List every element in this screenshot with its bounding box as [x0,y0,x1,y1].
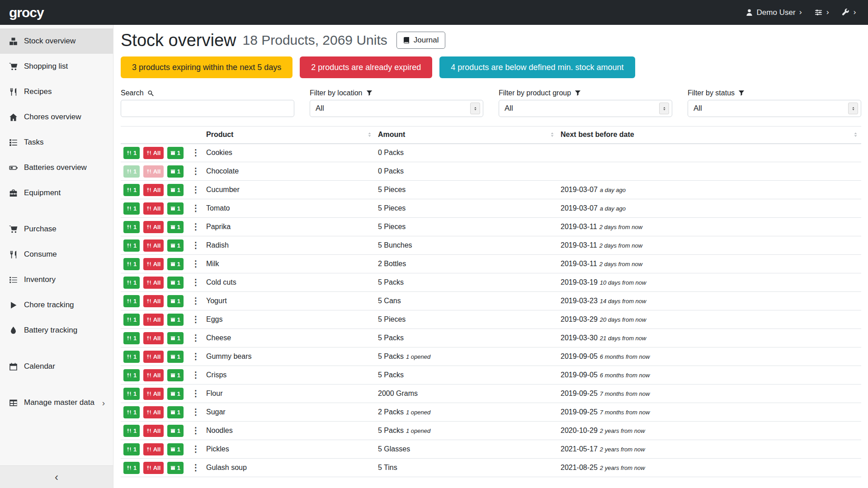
purchase-one-button[interactable]: 1 [167,165,184,178]
purchase-one-button[interactable]: 1 [167,277,184,289]
consume-all-button[interactable]: All [143,277,164,289]
consume-all-button[interactable]: All [143,314,164,326]
sidebar-item-shopping-list[interactable]: Shopping list [0,54,113,79]
sidebar-item-purchase[interactable]: Purchase [0,216,113,242]
purchase-one-button[interactable]: 1 [167,443,184,455]
sidebar-collapse-button[interactable]: ‹ [0,465,113,488]
purchase-one-button[interactable]: 1 [167,295,184,307]
consume-all-button[interactable]: All [143,184,164,196]
below-min-stock-alert-badge[interactable]: 4 products are below defined min. stock … [439,56,635,78]
location-select[interactable]: All [310,100,483,117]
consume-one-button[interactable]: 1 [123,332,140,344]
sidebar-item-recipes[interactable]: Recipes [0,79,113,104]
consume-all-button[interactable]: All [143,462,164,474]
row-menu-button[interactable]: ⋮ [189,370,202,380]
row-menu-button[interactable]: ⋮ [189,222,202,232]
consume-one-button[interactable]: 1 [123,351,140,363]
row-menu-button[interactable]: ⋮ [189,277,202,287]
row-menu-button[interactable]: ⋮ [189,185,202,195]
consume-one-button[interactable]: 1 [123,165,140,178]
row-menu-button[interactable]: ⋮ [189,296,202,306]
user-menu[interactable]: Demo User › [745,8,802,17]
consume-all-button[interactable]: All [143,258,164,270]
journal-button[interactable]: Journal [396,32,445,49]
purchase-one-button[interactable]: 1 [167,425,184,437]
consume-one-button[interactable]: 1 [123,147,140,159]
purchase-one-button[interactable]: 1 [167,147,184,159]
sidebar-item-batteries-overview[interactable]: Batteries overview [0,155,113,180]
app-logo[interactable]: grocy [9,5,44,20]
purchase-one-button[interactable]: 1 [167,406,184,418]
product-group-select[interactable]: All [499,100,672,117]
consume-one-button[interactable]: 1 [123,462,140,474]
amount-column-header[interactable]: Amount [375,127,558,144]
purchase-one-button[interactable]: 1 [167,332,184,344]
consume-all-button[interactable]: All [143,165,164,178]
purchase-one-button[interactable]: 1 [167,202,184,215]
consume-all-button[interactable]: All [143,425,164,437]
consume-one-button[interactable]: 1 [123,239,140,252]
consume-all-button[interactable]: All [143,332,164,344]
consume-all-button[interactable]: All [143,239,164,252]
product-column-header[interactable]: Product [203,127,375,144]
consume-one-button[interactable]: 1 [123,443,140,455]
sidebar-item-tasks[interactable]: Tasks [0,130,113,155]
purchase-one-button[interactable]: 1 [167,258,184,270]
row-menu-button[interactable]: ⋮ [189,333,202,343]
row-menu-button[interactable]: ⋮ [189,166,202,176]
status-select[interactable]: All [688,100,861,117]
consume-one-button[interactable]: 1 [123,202,140,215]
purchase-one-button[interactable]: 1 [167,369,184,381]
consume-all-button[interactable]: All [143,295,164,307]
purchase-one-button[interactable]: 1 [167,388,184,400]
consume-all-button[interactable]: All [143,369,164,381]
best-before-column-header[interactable]: Next best before date [558,127,861,144]
expiring-alert-badge[interactable]: 3 products expiring within the next 5 da… [121,56,292,78]
consume-one-button[interactable]: 1 [123,258,140,270]
row-menu-button[interactable]: ⋮ [189,389,202,399]
consume-one-button[interactable]: 1 [123,406,140,418]
row-menu-button[interactable]: ⋮ [189,314,202,324]
consume-one-button[interactable]: 1 [123,314,140,326]
sidebar-item-manage-master-data[interactable]: Manage master data › [0,390,113,415]
purchase-one-button[interactable]: 1 [167,351,184,363]
purchase-one-button[interactable]: 1 [167,314,184,326]
search-input[interactable] [121,100,294,117]
row-menu-button[interactable]: ⋮ [189,203,202,213]
consume-one-button[interactable]: 1 [123,388,140,400]
settings-menu[interactable]: › [815,9,829,16]
row-menu-button[interactable]: ⋮ [189,352,202,361]
consume-one-button[interactable]: 1 [123,221,140,233]
consume-all-button[interactable]: All [143,406,164,418]
row-menu-button[interactable]: ⋮ [189,240,202,250]
row-menu-button[interactable]: ⋮ [189,259,202,269]
purchase-one-button[interactable]: 1 [167,221,184,233]
consume-one-button[interactable]: 1 [123,184,140,196]
purchase-one-button[interactable]: 1 [167,184,184,196]
consume-one-button[interactable]: 1 [123,369,140,381]
consume-all-button[interactable]: All [143,202,164,215]
purchase-one-button[interactable]: 1 [167,462,184,474]
row-menu-button[interactable]: ⋮ [189,444,202,454]
consume-all-button[interactable]: All [143,351,164,363]
sidebar-item-consume[interactable]: Consume [0,242,113,267]
sidebar-item-stock-overview[interactable]: Stock overview [0,28,113,54]
consume-one-button[interactable]: 1 [123,425,140,437]
sidebar-item-inventory[interactable]: Inventory [0,267,113,292]
consume-one-button[interactable]: 1 [123,295,140,307]
sidebar-item-equipment[interactable]: Equipment [0,180,113,206]
purchase-one-button[interactable]: 1 [167,239,184,252]
admin-menu[interactable]: › [842,9,856,16]
sidebar-item-chores-overview[interactable]: Chores overview [0,104,113,130]
consume-all-button[interactable]: All [143,443,164,455]
consume-all-button[interactable]: All [143,147,164,159]
expired-alert-badge[interactable]: 2 products are already expired [300,56,432,78]
row-menu-button[interactable]: ⋮ [189,407,202,417]
consume-one-button[interactable]: 1 [123,277,140,289]
consume-all-button[interactable]: All [143,221,164,233]
row-menu-button[interactable]: ⋮ [189,463,202,473]
row-menu-button[interactable]: ⋮ [189,148,202,158]
sidebar-item-calendar[interactable]: Calendar [0,354,113,379]
sidebar-item-chore-tracking[interactable]: Chore tracking [0,292,113,318]
row-menu-button[interactable]: ⋮ [189,426,202,436]
